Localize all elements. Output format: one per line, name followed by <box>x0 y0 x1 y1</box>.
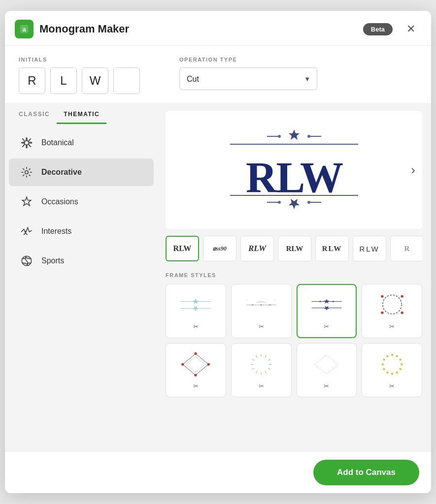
svg-point-43 <box>382 295 402 314</box>
sports-label: Sports <box>41 256 64 265</box>
svg-line-64 <box>252 359 254 360</box>
font-style-item-1[interactable]: RLW <box>166 236 199 261</box>
svg-point-50 <box>207 363 210 365</box>
preview-area: RLW › <box>166 111 422 229</box>
content-area: RLW › <box>158 103 431 451</box>
svg-point-49 <box>195 352 197 354</box>
font-style-item-4[interactable]: RLW <box>278 236 311 261</box>
frame-grid: ✂ ← → <box>166 284 422 397</box>
svg-point-75 <box>383 368 385 370</box>
add-to-canvas-button[interactable]: Add to Canvas <box>313 460 419 485</box>
operation-label: OPERATION TYPE <box>179 57 317 63</box>
svg-line-65 <box>256 355 258 358</box>
font-style-item-5[interactable]: RLW <box>315 236 349 261</box>
svg-marker-15 <box>289 129 300 140</box>
svg-line-58 <box>268 368 270 370</box>
svg-line-55 <box>265 355 267 358</box>
svg-point-69 <box>399 358 401 360</box>
operation-select-wrap: Cut Print Draw ▼ <box>179 67 317 90</box>
sidebar-item-decorative[interactable]: Decorative <box>9 158 154 186</box>
frame-item-7[interactable]: ✂ <box>297 343 357 397</box>
botanical-label: Botanical <box>41 138 74 147</box>
close-button[interactable]: ✕ <box>402 21 419 37</box>
frame-styles-label: FRAME STYLES <box>166 272 422 278</box>
svg-point-70 <box>401 363 402 365</box>
svg-point-73 <box>391 373 393 375</box>
frame-scissors-1: ✂ <box>193 323 199 330</box>
svg-point-45 <box>401 295 403 297</box>
initials-label: INITIALS <box>19 57 140 63</box>
svg-marker-28 <box>193 298 199 304</box>
tab-classic[interactable]: CLASSIC <box>12 106 57 124</box>
sidebar-item-interests[interactable]: Interests <box>9 218 154 245</box>
frame-item-6[interactable]: ✂ <box>231 343 292 397</box>
decorative-label: Decorative <box>41 168 82 177</box>
svg-point-12 <box>25 231 26 232</box>
frame-item-4[interactable]: ✂ <box>362 284 422 338</box>
svg-point-17 <box>307 135 310 138</box>
svg-point-46 <box>381 311 383 314</box>
svg-point-40 <box>332 301 334 303</box>
logo-icon: a <box>15 20 34 38</box>
svg-point-2 <box>25 141 29 145</box>
monogram-preview: RLW <box>210 121 378 219</box>
frame-scissors-4: ✂ <box>389 323 395 330</box>
frame-item-2[interactable]: ← → ✂ <box>231 284 292 338</box>
operation-select[interactable]: Cut Print Draw <box>179 67 317 90</box>
svg-point-23 <box>307 201 310 204</box>
svg-marker-42 <box>324 306 330 311</box>
svg-point-76 <box>381 363 383 365</box>
initial-input-1[interactable] <box>19 67 45 94</box>
svg-point-16 <box>278 135 281 138</box>
tabs-row: CLASSIC THEMATIC <box>5 106 158 124</box>
svg-point-22 <box>278 201 281 204</box>
initial-input-2[interactable] <box>50 67 77 94</box>
svg-point-74 <box>386 371 388 373</box>
initial-input-3[interactable] <box>82 67 108 94</box>
frame-scissors-3: ✂ <box>324 323 329 330</box>
sidebar-item-botanical[interactable]: Botanical <box>9 129 154 157</box>
top-section: INITIALS OPERATION TYPE Cut Print Draw <box>5 46 431 103</box>
font-styles-row: RLW ꭃss90 RLW RLW RLW RLW R <box>166 236 422 263</box>
preview-next-button[interactable]: › <box>411 162 415 178</box>
svg-line-11 <box>23 175 24 176</box>
svg-marker-30 <box>193 306 199 311</box>
sidebar-items: Botanical <box>5 128 158 276</box>
svg-point-71 <box>399 368 401 370</box>
frame-item-8[interactable]: ✂ <box>362 343 422 397</box>
svg-line-56 <box>268 359 270 360</box>
svg-point-33 <box>260 304 262 306</box>
frame-item-5[interactable]: ✂ <box>166 343 226 397</box>
svg-point-77 <box>383 358 385 360</box>
svg-text:a: a <box>22 26 26 33</box>
svg-point-47 <box>401 311 403 314</box>
sidebar-item-sports[interactable]: Sports <box>9 247 154 275</box>
frame-item-1[interactable]: ✂ <box>166 284 226 338</box>
sports-icon <box>20 254 34 268</box>
frame-item-3[interactable]: ✂ <box>297 284 357 338</box>
sidebar-item-occasions[interactable]: Occasions <box>9 188 154 216</box>
frame-scissors-2: ✂ <box>259 323 264 330</box>
tab-thematic[interactable]: THEMATIC <box>57 106 106 124</box>
frame-scissors-6: ✂ <box>259 382 264 390</box>
font-style-item-7[interactable]: R <box>390 236 422 261</box>
interests-label: Interests <box>41 227 71 236</box>
font-style-item-3[interactable]: RLW <box>240 236 274 261</box>
font-style-item-2[interactable]: ꭃss90 <box>203 236 236 261</box>
svg-line-59 <box>265 371 267 373</box>
modal-body: INITIALS OPERATION TYPE Cut Print Draw <box>5 46 431 451</box>
svg-line-61 <box>256 371 258 373</box>
beta-badge: Beta <box>363 23 393 35</box>
modal-title: Monogram Maker <box>39 23 363 35</box>
svg-point-3 <box>25 171 29 174</box>
initial-input-4[interactable] <box>113 67 140 94</box>
font-style-item-6[interactable]: RLW <box>353 236 386 261</box>
frame-scissors-7: ✂ <box>324 382 329 390</box>
initials-section: INITIALS <box>19 57 140 94</box>
initials-inputs <box>19 67 140 94</box>
svg-point-52 <box>182 363 184 365</box>
sidebar: CLASSIC THEMATIC <box>5 103 158 451</box>
frame-scissors-8: ✂ <box>389 382 395 390</box>
modal-footer: Add to Canvas <box>5 451 431 493</box>
modal-header: a Monogram Maker Beta ✕ <box>5 11 431 46</box>
